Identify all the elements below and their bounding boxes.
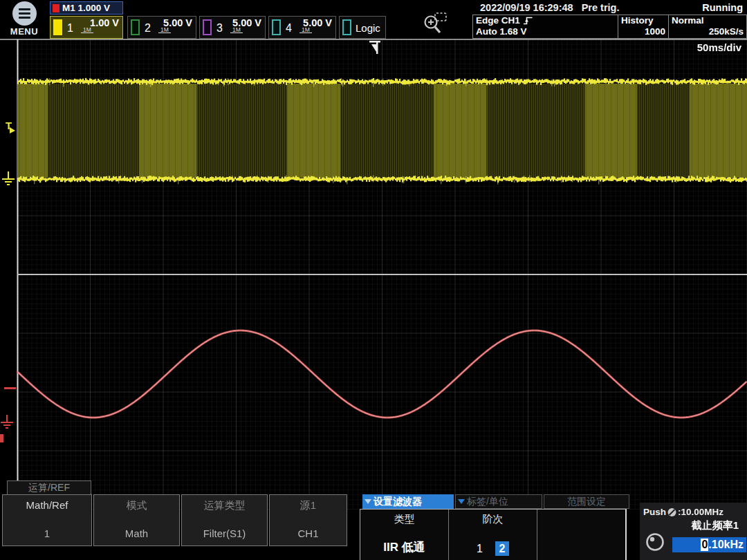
channel-2-indicator[interactable]: 2 1M 5.00 V	[127, 16, 196, 39]
pretrig-label: Pre trig.	[582, 2, 620, 13]
channel-3-number: 3	[216, 22, 223, 35]
history-box[interactable]: History 1000	[618, 15, 669, 39]
dropdown-arrow-icon	[365, 499, 371, 504]
trigger-mode-level: Auto 1.68 V	[476, 26, 615, 37]
knob-push-icon	[667, 507, 677, 517]
channel-3-scale: 5.00 V	[232, 17, 261, 28]
channel-3-indicator[interactable]: 3 1M 5.00 V	[199, 16, 266, 39]
acquisition-box[interactable]: Normal 250kS/s	[668, 15, 747, 39]
channel-2-number: 2	[145, 22, 151, 35]
tab-math-ref-group[interactable]: 运算/REF	[7, 480, 91, 495]
trigger-type-source: Edge CH1	[476, 15, 520, 26]
channel-2-color-swatch	[131, 19, 140, 35]
cutoff-frequency-rest: .10kHz	[708, 539, 744, 551]
channel-4-color-swatch	[272, 19, 281, 35]
softkey-label: 源1	[270, 499, 347, 512]
top-status-bar: MENU M1 1.000 V 1 1M 1.00 V 2 1M 5.00 V …	[0, 0, 747, 39]
logic-label: Logic	[356, 22, 380, 34]
cutoff-frequency-title: 截止频率1	[692, 519, 739, 532]
logic-indicator[interactable]: Logic	[339, 16, 386, 39]
softkey-source1[interactable]: 源1 CH1	[269, 494, 347, 546]
sample-rate: 250kS/s	[672, 26, 744, 37]
tab-setup-filter-label: 设置滤波器	[374, 496, 422, 508]
filter-order-column[interactable]: 阶次 1 2	[449, 510, 537, 560]
channel-1-number: 1	[67, 22, 73, 35]
softkey-label: Math/Ref	[3, 499, 91, 511]
tab-label-unit-label: 标签/单位	[467, 496, 508, 508]
softkey-value: 1	[3, 528, 91, 539]
channel-4-scale: 5.00 V	[303, 17, 332, 28]
timebase-readout: 50ms/div	[697, 41, 741, 53]
filter-type-column[interactable]: 类型 IIR 低通	[360, 510, 449, 560]
rising-edge-icon	[523, 16, 533, 26]
menu-button[interactable]: MENU	[6, 1, 43, 37]
history-label: History	[621, 15, 665, 26]
acquisition-mode: Normal	[672, 15, 744, 26]
logic-color-swatch	[342, 19, 351, 35]
history-count: 1000	[621, 26, 665, 37]
magnifier-zoom-icon	[422, 11, 448, 36]
softkey-label: 运算类型	[182, 499, 267, 512]
tab-setup-filter[interactable]: 设置滤波器	[362, 494, 454, 509]
filter-type-value: IIR 低通	[360, 539, 448, 555]
rotary-knob-icon[interactable]	[645, 532, 665, 552]
zoom-search-button[interactable]	[422, 11, 448, 39]
tab-label-unit[interactable]: 标签/单位	[455, 494, 542, 509]
channel-3-color-swatch	[203, 19, 212, 35]
math1-indicator[interactable]: M1 1.000 V	[50, 1, 123, 15]
softkey-value: Filter(S1)	[182, 528, 267, 539]
channel-4-number: 4	[286, 22, 292, 35]
channel-1-scale: 1.00 V	[90, 17, 119, 28]
edit-cursor-digit: 0	[701, 539, 708, 551]
filter-empty-column	[537, 510, 625, 560]
oscilloscope-display[interactable]	[0, 0, 747, 560]
dropdown-arrow-icon	[458, 499, 465, 504]
channel-1-color-swatch	[53, 19, 62, 35]
trigger-settings-box[interactable]: Edge CH1 Auto 1.68 V	[472, 15, 618, 39]
channel-4-indicator[interactable]: 4 1M 5.00 V	[268, 16, 336, 39]
channel-2-scale: 5.00 V	[163, 17, 192, 28]
softkey-math-ref[interactable]: Math/Ref 1	[2, 494, 92, 546]
softkey-value: Math	[94, 528, 179, 539]
softkey-value: CH1	[270, 528, 347, 539]
cutoff-frequency-value[interactable]: 0 .10kHz	[672, 537, 746, 552]
datetime-readout: 2022/09/19 16:29:48	[480, 2, 573, 13]
push-knob-hint: Push :10.00MHz	[643, 507, 723, 517]
run-state-badge: Running	[702, 2, 743, 13]
channel-1-indicator[interactable]: 1 1M 1.00 V	[50, 16, 123, 39]
tab-range-setting[interactable]: 范围设定	[544, 494, 629, 509]
hamburger-icon	[12, 1, 37, 26]
order-option-2-selected[interactable]: 2	[495, 541, 509, 556]
filter-order-label: 阶次	[449, 513, 537, 526]
softkey-mode[interactable]: 模式 Math	[93, 494, 180, 546]
filter-settings-popup: 类型 IIR 低通 阶次 1 2	[360, 509, 627, 560]
menu-button-label: MENU	[6, 26, 43, 37]
push-label: Push	[643, 507, 666, 517]
m1-color-swatch	[53, 4, 59, 12]
softkey-label: 模式	[94, 499, 179, 512]
filter-order-options: 1 2	[449, 541, 537, 556]
datetime-row: 2022/09/19 16:29:48 Pre trig.	[480, 2, 619, 13]
m1-label: M1 1.000 V	[62, 3, 110, 13]
softkey-operation-type[interactable]: 运算类型 Filter(S1)	[181, 494, 268, 546]
order-option-1[interactable]: 1	[477, 543, 483, 555]
push-value: :10.00MHz	[678, 507, 723, 517]
filter-type-label: 类型	[360, 513, 448, 526]
cutoff-knob-panel: Push :10.00MHz 截止频率1 0 .10kHz	[640, 503, 747, 560]
